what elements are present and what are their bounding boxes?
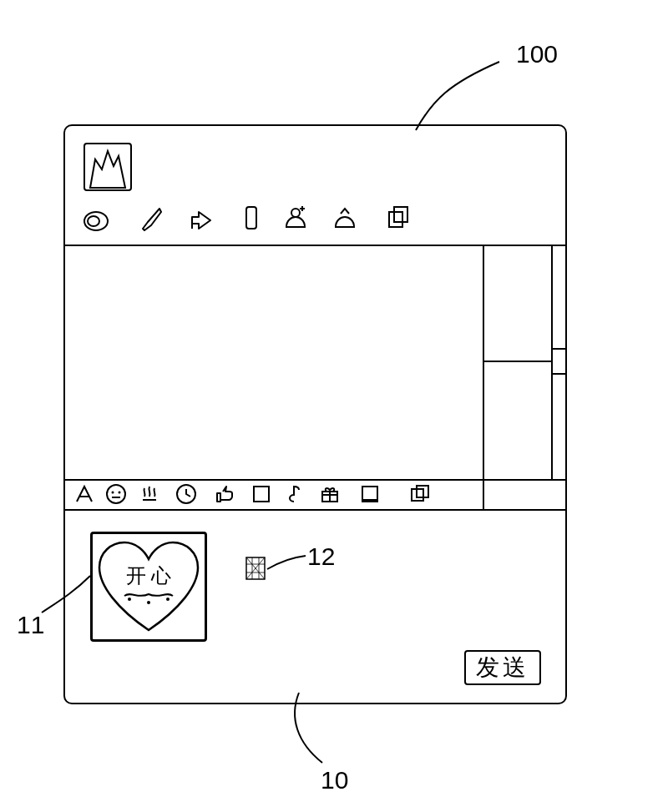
leadline-10 [282, 693, 341, 768]
window-icon[interactable] [359, 483, 381, 505]
callout-10: 10 [321, 766, 348, 794]
svg-rect-10 [254, 487, 269, 502]
leadline-12 [267, 554, 306, 574]
svg-point-8 [119, 492, 121, 494]
clock-icon[interactable] [175, 483, 197, 505]
send-button-label: 发送 [476, 652, 529, 683]
scrollbar-thumb[interactable] [551, 348, 567, 375]
receive-icon[interactable] [331, 204, 359, 232]
send-button[interactable]: 发送 [464, 650, 541, 685]
contact-avatar[interactable] [84, 143, 132, 191]
brush-icon[interactable] [136, 204, 164, 232]
share-icon[interactable] [187, 204, 215, 232]
svg-point-18 [147, 601, 150, 604]
add-contact-icon[interactable] [281, 204, 310, 232]
emoji-icon[interactable] [105, 483, 127, 505]
callout-100: 100 [516, 40, 558, 68]
windows-icon[interactable] [409, 483, 431, 505]
header-divider [65, 245, 565, 246]
svg-rect-2 [246, 207, 256, 229]
svg-point-16 [128, 598, 131, 601]
phone-icon[interactable] [237, 204, 266, 232]
message-divider [65, 479, 565, 481]
callout-12: 12 [307, 542, 335, 571]
ring-icon[interactable] [82, 207, 110, 235]
text-cursor [245, 557, 266, 580]
square-icon[interactable] [250, 483, 272, 505]
leadline-100 [416, 58, 516, 134]
svg-rect-5 [394, 207, 407, 222]
callout-11: 11 [17, 611, 44, 639]
leadline-11 [40, 576, 92, 618]
hot-icon[interactable] [139, 483, 160, 505]
svg-point-17 [166, 598, 170, 601]
svg-point-7 [112, 492, 114, 494]
sidepanel-divider [483, 245, 484, 509]
svg-text:开 心: 开 心 [126, 565, 171, 587]
copy-icon[interactable] [384, 204, 412, 232]
sticker-preview[interactable]: 开 心 [90, 532, 207, 642]
svg-point-1 [88, 216, 99, 226]
music-icon[interactable] [284, 483, 306, 505]
input-toolbar-divider [65, 509, 565, 511]
svg-rect-4 [389, 212, 402, 227]
gift-icon[interactable] [319, 483, 341, 505]
svg-point-6 [107, 485, 125, 503]
font-icon[interactable] [73, 483, 95, 505]
thumb-icon[interactable] [214, 483, 235, 505]
svg-point-3 [291, 209, 300, 217]
